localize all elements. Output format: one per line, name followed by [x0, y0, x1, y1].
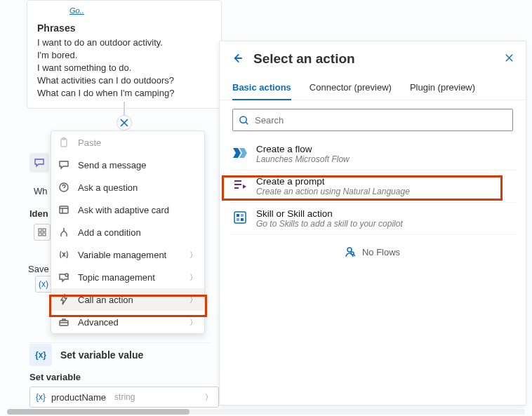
variable-icon: {x} [36, 392, 46, 402]
variable-block-icon: {x} [29, 344, 52, 366]
svg-point-16 [347, 248, 352, 252]
phrase-line: I want to do an outdoor activity. [37, 36, 211, 49]
lightning-icon [58, 294, 69, 305]
person-search-icon [345, 246, 357, 257]
tab-plugin[interactable]: Plugin (preview) [410, 76, 475, 100]
context-menu: Paste Send a message Ask a question Ask … [51, 130, 205, 334]
menu-ask-adaptive-label: Ask with adaptive card [78, 205, 169, 215]
svg-rect-2 [39, 233, 41, 236]
toolbox-icon [58, 316, 69, 328]
phrase-line: I want something to do. [37, 62, 211, 74]
menu-add-condition-label: Add a condition [78, 227, 141, 238]
connector-line [124, 102, 125, 116]
set-variable-value-label: Set variable value [60, 349, 143, 361]
menu-add-condition[interactable]: Add a condition [51, 221, 204, 243]
svg-point-17 [351, 252, 354, 255]
close-icon [117, 116, 131, 130]
scrollbar-thumb[interactable] [7, 409, 189, 415]
action-skill[interactable]: Skill or Skill action Go to Skills to ad… [230, 203, 516, 235]
close-icon [504, 53, 514, 63]
menu-advanced-label: Advanced [78, 317, 119, 328]
variable-name: productName [51, 392, 106, 403]
svg-rect-15 [241, 218, 244, 221]
action-create-prompt-title: Create a prompt [256, 176, 410, 187]
horizontal-scrollbar[interactable] [7, 409, 525, 415]
action-skill-title: Skill or Skill action [256, 208, 403, 219]
chevron-right-icon: 〉 [189, 295, 197, 305]
menu-variable-management-label: Variable management [78, 250, 166, 260]
search-input-wrap[interactable] [232, 109, 513, 131]
menu-topic-management[interactable]: Topic management 〉 [51, 266, 204, 288]
svg-point-10 [240, 116, 246, 122]
svg-rect-3 [43, 233, 46, 236]
action-create-prompt[interactable]: Create a prompt Create an action using N… [230, 170, 516, 203]
chevron-right-icon: 〉 [189, 317, 197, 328]
phrase-line: I'm bored. [37, 49, 211, 62]
svg-rect-0 [39, 229, 41, 232]
set-variable-value-row[interactable]: {x} Set variable value [29, 342, 211, 366]
chevron-right-icon: 〉 [189, 272, 197, 283]
grid-icon [38, 228, 46, 236]
menu-send-message[interactable]: Send a message [51, 154, 204, 176]
flow-icon [232, 145, 248, 161]
link-fragment[interactable]: Go.. [69, 6, 84, 15]
speech-icon [34, 157, 45, 168]
variable-field[interactable]: {x} productName string 〉 [29, 387, 219, 408]
arrow-left-icon [231, 52, 244, 65]
identify-chip[interactable] [34, 224, 51, 241]
svg-rect-12 [237, 214, 239, 217]
variable-icon [58, 249, 69, 260]
set-variable-block: Set variable {x} productName string 〉 [29, 372, 219, 408]
topic-icon [58, 271, 69, 283]
back-button[interactable] [231, 52, 244, 67]
action-create-prompt-sub: Create an action using Natural Language [256, 187, 410, 196]
variable-type: string [114, 392, 135, 402]
menu-ask-question[interactable]: Ask a question [51, 176, 204, 199]
no-flows-row: No Flows [230, 235, 516, 260]
search-icon [239, 115, 249, 126]
question-badge [29, 153, 49, 173]
question-icon [58, 182, 69, 193]
action-create-flow[interactable]: Create a flow Launches Microsoft Flow [230, 138, 516, 170]
paste-icon [58, 137, 69, 148]
action-create-flow-title: Create a flow [256, 144, 350, 154]
action-skill-sub: Go to Skills to add a skill to your copi… [256, 219, 403, 229]
phrase-line: What activities can I do outdoors? [37, 74, 211, 87]
select-action-panel: Select an action Basic actions Connector… [219, 41, 526, 405]
prompt-icon [232, 177, 248, 193]
svg-rect-14 [237, 218, 239, 221]
close-node-button[interactable] [117, 115, 132, 130]
chevron-right-icon: 〉 [205, 392, 213, 403]
svg-rect-13 [241, 214, 244, 217]
tab-basic-actions[interactable]: Basic actions [232, 76, 291, 100]
message-icon [58, 159, 69, 170]
branch-icon [58, 227, 69, 238]
skill-icon [232, 210, 248, 225]
search-input[interactable] [255, 115, 507, 126]
menu-ask-adaptive[interactable]: Ask with adaptive card [51, 199, 204, 221]
variable-icon: (x) [39, 279, 48, 289]
no-flows-label: No Flows [362, 247, 400, 257]
adaptive-card-icon [58, 204, 69, 215]
action-list: Create a flow Launches Microsoft Flow Cr… [220, 138, 526, 260]
menu-paste-label: Paste [78, 137, 101, 148]
svg-rect-1 [43, 229, 46, 232]
phrases-title: Phrases [37, 22, 211, 34]
tab-connector[interactable]: Connector (preview) [310, 76, 392, 100]
bg-label-ident: Iden [29, 208, 48, 219]
menu-call-action-label: Call an action [78, 295, 133, 305]
phrases-card[interactable]: Go.. Phrases I want to do an outdoor act… [27, 0, 222, 109]
close-panel-button[interactable] [504, 53, 514, 66]
menu-variable-management[interactable]: Variable management 〉 [51, 243, 204, 266]
panel-title: Select an action [253, 51, 494, 67]
menu-call-action[interactable]: Call an action 〉 [51, 288, 204, 311]
menu-paste: Paste [51, 131, 204, 154]
menu-advanced[interactable]: Advanced 〉 [51, 311, 204, 333]
set-variable-header: Set variable [29, 372, 219, 382]
panel-tabs: Basic actions Connector (preview) Plugin… [220, 76, 526, 100]
bg-label-save: Save [28, 264, 49, 274]
menu-ask-question-label: Ask a question [78, 182, 138, 193]
chevron-right-icon: 〉 [189, 250, 197, 260]
svg-rect-7 [60, 206, 68, 213]
svg-rect-11 [234, 212, 246, 223]
